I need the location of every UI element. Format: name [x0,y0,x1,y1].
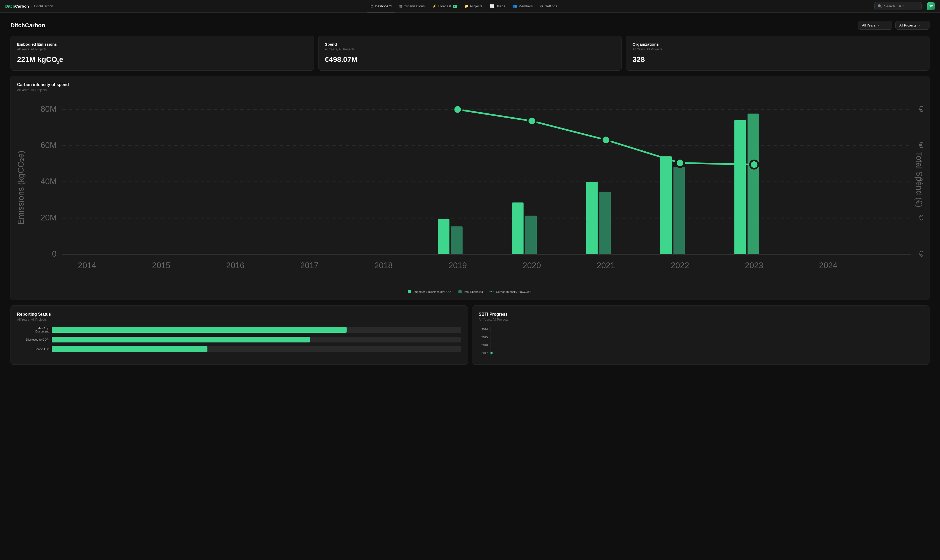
card-spend: Spend All Years, All Projects €498.07M [318,36,622,71]
svg-text:2015: 2015 [152,261,170,270]
svg-text:Total Spend (€): Total Spend (€) [915,151,923,207]
bar-label-has-doc: Has AnyDocument [17,327,49,333]
summary-cards: Embodied Emissions All Years, All Projec… [11,36,929,71]
svg-text:2016: 2016 [226,261,245,270]
svg-point-43 [750,160,758,168]
sbti-axis-2015 [490,335,490,340]
card-organizations: Organizations All Years, All Projects 32… [626,36,929,71]
svg-text:2023: 2023 [745,261,763,270]
sbti-row-2017: 2017 [479,350,923,355]
sbti-year-2016: 2016 [479,343,488,347]
topbar-left: DitchCarbon › DitchCarbon [5,4,53,8]
svg-text:2018: 2018 [374,261,393,270]
svg-text:Emissions (kgCO₂e): Emissions (kgCO₂e) [17,151,25,225]
svg-text:20M: 20M [41,213,57,222]
legend-label-embodied: Embodied Emissions (kgCO₂e) [413,290,452,294]
svg-text:2014: 2014 [78,261,96,270]
logo[interactable]: DitchCarbon [5,4,29,8]
nav-item-projects[interactable]: 📁 Projects [461,3,485,10]
chart-title: Carbon intensity of spend [17,82,923,87]
project-filter-chevron: ▾ [918,24,920,27]
svg-text:2017: 2017 [300,261,319,270]
svg-text:60M: 60M [41,141,57,150]
svg-text:€200M: €200M [919,105,923,114]
breadcrumb-org: DitchCarbon [34,4,53,8]
sbti-track-2017 [490,350,923,355]
legend-line-icon [489,291,495,293]
project-filter[interactable]: All Projects ▾ [895,21,929,30]
card-subtitle-spend: All Years, All Projects [325,48,615,51]
bar-fill-scope [52,346,207,352]
sbti-row-2016: 2016 [479,343,923,348]
svg-rect-38 [747,113,759,254]
reporting-subtitle: All Years, All Projects [17,318,461,322]
logo-carbon: Carbon [15,4,29,8]
sbti-track-2016 [490,343,923,348]
legend-label-spend: Total Spend (€) [463,290,483,293]
chart-subtitle: All Years, All Projects [17,88,923,92]
legend-spend: Total Spend (€) [458,290,483,294]
nav-item-forecast[interactable]: ⚡ Forecast ✦ [429,3,460,10]
svg-point-45 [491,291,493,292]
nav-label-settings: Settings [545,4,557,8]
svg-rect-31 [512,202,524,254]
svg-text:2022: 2022 [671,261,689,270]
sbti-axis-2014 [490,327,490,332]
nav-item-settings[interactable]: ⚙ Settings [537,3,560,10]
svg-rect-37 [734,120,746,254]
search-bar[interactable]: 🔍 Search ⌘K [874,2,922,10]
bar-fill-cdp [52,337,310,343]
sbti-row-2015: 2015 [479,335,923,340]
sbti-track-2014 [490,327,923,332]
search-icon: 🔍 [878,4,882,8]
svg-text:€150M: €150M [919,141,923,150]
chart-legend: Embodied Emissions (kgCO₂e) Total Spend … [17,290,923,294]
year-filter-label: All Years [862,23,875,27]
nav-label-members: Members [519,4,533,8]
svg-rect-36 [673,167,685,254]
sbti-dot-2017 [490,352,493,354]
legend-box-embodied [408,290,411,293]
search-shortcut: ⌘K [897,4,905,8]
bar-track-cdp [52,337,461,343]
svg-rect-29 [438,219,450,254]
main-nav: ⊡ Dashboard ▦ Organizations ⚡ Forecast ✦… [367,0,560,12]
nav-item-usage[interactable]: 📊 Usage [487,3,509,10]
nav-label-usage: Usage [495,4,505,8]
bar-row-has-doc: Has AnyDocument [17,327,461,333]
legend-intensity: Carbon Intensity (kgCO₂e/€) [489,290,532,294]
projects-icon: 📁 [464,4,468,8]
card-subtitle-organizations: All Years, All Projects [633,48,923,51]
bar-label-scope: Scope 1+2 [17,348,49,351]
dashboard-icon: ⊡ [370,4,373,8]
usage-icon: 📊 [490,4,494,8]
svg-text:2024: 2024 [819,261,837,270]
nav-item-organizations[interactable]: ▦ Organizations [396,3,428,10]
year-filter[interactable]: All Years ▾ [858,21,892,30]
breadcrumb-separator: › [31,4,32,8]
sbti-year-2015: 2015 [479,335,488,339]
card-value-spend: €498.07M [325,55,615,64]
sbti-title: SBTI Progress [479,312,923,317]
bar-row-scope: Scope 1+2 [17,346,461,352]
svg-text:2021: 2021 [597,261,615,270]
svg-point-42 [676,159,684,167]
card-value-embodied: 221M kgCO2e [17,55,307,65]
svg-text:2019: 2019 [448,261,467,270]
svg-rect-30 [451,226,463,254]
forecast-badge: ✦ [453,5,457,8]
avatar[interactable]: DC [927,2,935,10]
sbti-year-2017: 2017 [479,351,488,354]
svg-rect-35 [660,156,672,254]
carbon-intensity-chart-card: Carbon intensity of spend All Years, All… [11,76,929,300]
nav-label-projects: Projects [470,4,482,8]
settings-icon: ⚙ [540,4,543,8]
card-title-spend: Spend [325,42,615,46]
forecast-icon: ⚡ [432,4,436,8]
members-icon: 👥 [513,4,517,8]
nav-item-dashboard[interactable]: ⊡ Dashboard [367,3,395,10]
nav-item-members[interactable]: 👥 Members [510,3,536,10]
bottom-row: Reporting Status All Years, All Projects… [11,305,929,365]
reporting-title: Reporting Status [17,312,461,317]
legend-embodied: Embodied Emissions (kgCO₂e) [408,290,452,294]
